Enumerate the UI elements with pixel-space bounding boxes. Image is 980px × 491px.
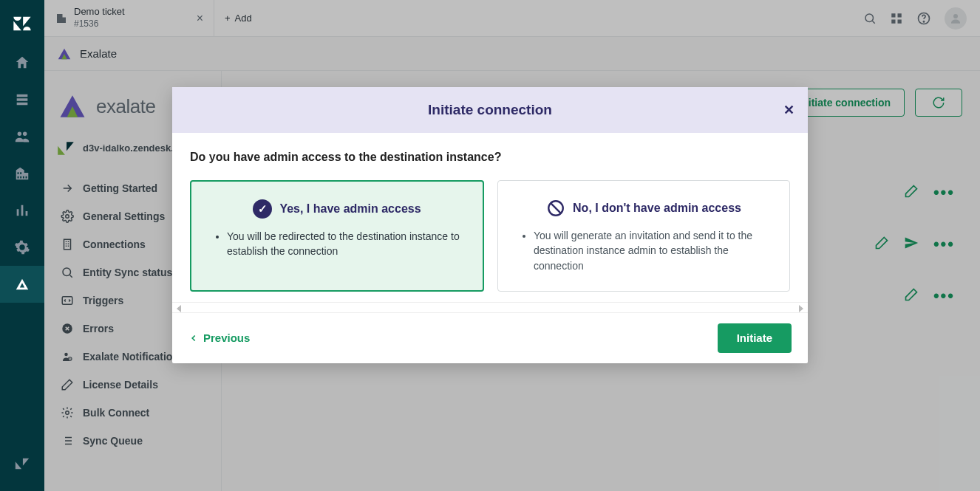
exalate-brand-text: exalate bbox=[96, 95, 155, 118]
svg-point-8 bbox=[953, 14, 958, 18]
gear-icon bbox=[61, 210, 74, 223]
svg-line-19 bbox=[551, 203, 561, 213]
nav-label: Triggers bbox=[83, 295, 123, 306]
send-action[interactable] bbox=[904, 236, 919, 253]
exalate-logo-icon bbox=[56, 90, 89, 123]
edit-icon bbox=[874, 236, 889, 250]
edit-action[interactable] bbox=[904, 184, 919, 202]
rail-views[interactable] bbox=[0, 81, 44, 118]
plus-icon: + bbox=[225, 13, 231, 24]
close-icon[interactable]: ✕ bbox=[783, 102, 794, 118]
svg-line-12 bbox=[69, 275, 72, 277]
modal-question: Do you have admin access to the destinat… bbox=[190, 151, 790, 164]
ticket-icon bbox=[55, 12, 68, 25]
user-notify-icon bbox=[61, 350, 74, 363]
rail-admin[interactable] bbox=[0, 229, 44, 266]
previous-button[interactable]: Previous bbox=[188, 332, 250, 344]
svg-rect-5 bbox=[898, 19, 902, 23]
more-action[interactable]: ••• bbox=[933, 183, 955, 202]
rail-home[interactable] bbox=[0, 44, 44, 81]
svg-rect-2 bbox=[891, 13, 895, 17]
tab-title: Demo ticket bbox=[74, 6, 125, 18]
option-bullet: You will generate an invitation and send… bbox=[534, 228, 773, 273]
zendesk-logo-icon bbox=[12, 13, 33, 34]
edit-icon bbox=[904, 184, 919, 199]
zendesk-instance-icon bbox=[56, 139, 75, 158]
add-tab-label: Add bbox=[235, 13, 252, 24]
nav-label: Bulk Connect bbox=[83, 407, 149, 419]
svg-point-7 bbox=[923, 21, 924, 21]
tabs-bar: Demo ticket #1536 × + Add bbox=[44, 0, 980, 37]
option-title: Yes, I have admin access bbox=[279, 202, 421, 216]
search-icon bbox=[61, 266, 74, 279]
option-title: No, I don't have admin access bbox=[573, 202, 741, 215]
svg-point-15 bbox=[64, 353, 68, 357]
nav-label: Sync Queue bbox=[83, 435, 143, 447]
svg-line-1 bbox=[872, 21, 874, 23]
svg-point-9 bbox=[66, 215, 69, 219]
modal-header: Initiate connection ✕ bbox=[172, 87, 808, 133]
refresh-button[interactable] bbox=[915, 89, 962, 117]
option-no-admin[interactable]: No, I don't have admin access You will g… bbox=[497, 180, 790, 292]
avatar[interactable] bbox=[945, 7, 967, 30]
rail-organizations[interactable] bbox=[0, 155, 44, 192]
rail-exalate[interactable] bbox=[0, 266, 44, 303]
tab-subtitle: #1536 bbox=[74, 18, 125, 30]
nav-label: General Settings bbox=[83, 210, 165, 222]
nav-label: Entity Sync status bbox=[83, 267, 172, 278]
svg-point-17 bbox=[66, 411, 69, 415]
svg-rect-4 bbox=[891, 19, 895, 23]
svg-rect-3 bbox=[898, 13, 902, 17]
nav-bulk-connect[interactable]: Bulk Connect bbox=[56, 400, 209, 425]
edit-action[interactable] bbox=[874, 236, 889, 253]
modal-scrollbar-hint bbox=[172, 302, 808, 312]
apps-icon[interactable] bbox=[890, 11, 903, 25]
nav-sync-queue[interactable]: Sync Queue bbox=[56, 428, 209, 453]
rail-zendesk-products[interactable] bbox=[0, 445, 44, 482]
exalate-glyph-icon bbox=[56, 46, 72, 62]
add-tab-button[interactable]: + Add bbox=[214, 0, 262, 36]
chevron-left-icon bbox=[188, 333, 199, 343]
edit-icon bbox=[904, 287, 919, 302]
building-icon bbox=[61, 238, 74, 251]
search-icon[interactable] bbox=[863, 11, 877, 25]
gear-icon bbox=[61, 406, 74, 419]
more-action[interactable]: ••• bbox=[933, 235, 955, 254]
initiate-label: Initiate bbox=[737, 332, 772, 344]
svg-rect-10 bbox=[64, 239, 71, 250]
arrow-right-icon bbox=[61, 182, 74, 195]
app-subheader: Exalate bbox=[44, 37, 980, 71]
close-tab-icon[interactable]: × bbox=[197, 12, 203, 25]
svg-point-0 bbox=[865, 14, 874, 22]
prohibited-icon bbox=[546, 199, 565, 218]
left-rail bbox=[0, 0, 44, 491]
nav-label: Exalate Notifications bbox=[83, 351, 185, 363]
option-yes-admin[interactable]: ✓ Yes, I have admin access You will be r… bbox=[190, 180, 484, 292]
more-action[interactable]: ••• bbox=[933, 286, 955, 306]
nav-license[interactable]: License Details bbox=[56, 372, 209, 397]
initiate-button[interactable]: Initiate bbox=[718, 323, 792, 353]
pencil-icon bbox=[61, 378, 74, 391]
code-icon bbox=[61, 294, 74, 307]
nav-label: License Details bbox=[83, 379, 158, 391]
nav-label: Errors bbox=[83, 323, 114, 334]
tab-text: Demo ticket #1536 bbox=[74, 6, 125, 30]
option-bullet: You will be redirected to the destinatio… bbox=[227, 229, 466, 259]
svg-point-11 bbox=[63, 268, 71, 276]
initiate-connection-modal: Initiate connection ✕ Do you have admin … bbox=[172, 87, 808, 363]
list-icon bbox=[61, 434, 74, 447]
modal-title: Initiate connection bbox=[428, 102, 552, 118]
nav-label: Getting Started bbox=[83, 182, 157, 194]
ticket-tab[interactable]: Demo ticket #1536 × bbox=[44, 0, 214, 36]
rail-reporting[interactable] bbox=[0, 192, 44, 229]
edit-action[interactable] bbox=[904, 287, 919, 305]
error-icon bbox=[61, 322, 74, 335]
check-icon: ✓ bbox=[253, 199, 272, 219]
previous-label: Previous bbox=[203, 332, 250, 344]
rail-customers[interactable] bbox=[0, 118, 44, 155]
help-icon[interactable] bbox=[916, 11, 931, 26]
button-label: Initiate connection bbox=[799, 97, 891, 109]
nav-label: Connections bbox=[83, 238, 146, 250]
send-icon bbox=[904, 236, 919, 250]
subheader-title: Exalate bbox=[80, 47, 117, 60]
